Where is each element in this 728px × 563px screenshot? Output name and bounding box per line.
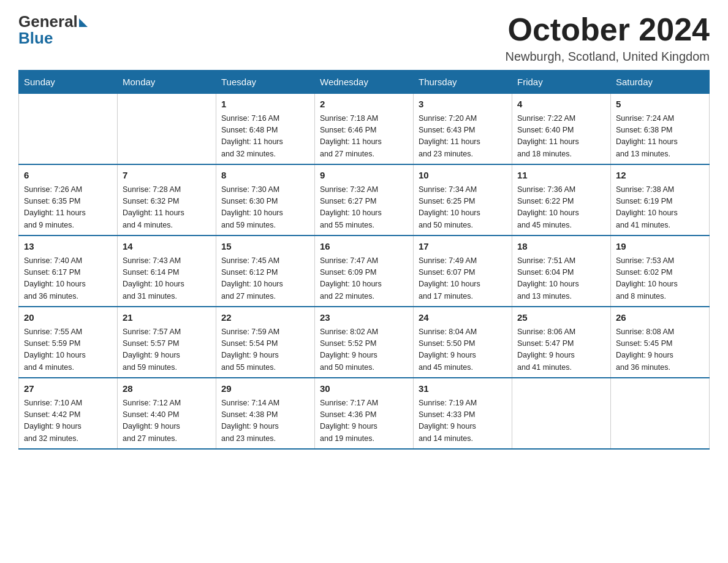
- calendar-cell: 21Sunrise: 7:57 AM Sunset: 5:57 PM Dayli…: [118, 307, 216, 378]
- day-info: Sunrise: 7:32 AM Sunset: 6:27 PM Dayligh…: [320, 184, 408, 232]
- calendar-cell: 6Sunrise: 7:26 AM Sunset: 6:35 PM Daylig…: [19, 164, 118, 236]
- calendar: SundayMondayTuesdayWednesdayThursdayFrid…: [18, 70, 710, 450]
- day-info: Sunrise: 7:55 AM Sunset: 5:59 PM Dayligh…: [24, 326, 112, 374]
- day-number: 5: [616, 98, 704, 112]
- day-info: Sunrise: 7:40 AM Sunset: 6:17 PM Dayligh…: [24, 255, 112, 303]
- day-info: Sunrise: 7:30 AM Sunset: 6:30 PM Dayligh…: [221, 184, 309, 232]
- day-info: Sunrise: 7:18 AM Sunset: 6:46 PM Dayligh…: [320, 113, 408, 161]
- calendar-cell: 8Sunrise: 7:30 AM Sunset: 6:30 PM Daylig…: [216, 164, 315, 236]
- day-number: 20: [24, 311, 112, 325]
- day-info: Sunrise: 7:53 AM Sunset: 6:02 PM Dayligh…: [616, 255, 704, 303]
- day-info: Sunrise: 7:12 AM Sunset: 4:40 PM Dayligh…: [123, 397, 211, 445]
- day-info: Sunrise: 7:20 AM Sunset: 6:43 PM Dayligh…: [419, 113, 507, 161]
- calendar-cell: 10Sunrise: 7:34 AM Sunset: 6:25 PM Dayli…: [414, 164, 512, 236]
- day-info: Sunrise: 7:36 AM Sunset: 6:22 PM Dayligh…: [517, 184, 605, 232]
- day-number: 25: [517, 311, 605, 325]
- day-number: 29: [221, 382, 309, 396]
- day-number: 3: [419, 98, 507, 112]
- logo-arrow-icon: [79, 18, 88, 27]
- calendar-cell: 29Sunrise: 7:14 AM Sunset: 4:38 PM Dayli…: [216, 378, 315, 449]
- day-info: Sunrise: 7:26 AM Sunset: 6:35 PM Dayligh…: [24, 184, 112, 232]
- title-section: October 2024 Newburgh, Scotland, United …: [505, 12, 710, 64]
- calendar-week-row: 13Sunrise: 7:40 AM Sunset: 6:17 PM Dayli…: [19, 236, 710, 307]
- day-info: Sunrise: 7:51 AM Sunset: 6:04 PM Dayligh…: [517, 255, 605, 303]
- day-number: 9: [320, 169, 408, 183]
- day-number: 22: [221, 311, 309, 325]
- day-info: Sunrise: 7:38 AM Sunset: 6:19 PM Dayligh…: [616, 184, 704, 232]
- calendar-cell: [19, 94, 118, 165]
- day-number: 4: [517, 98, 605, 112]
- day-info: Sunrise: 7:22 AM Sunset: 6:40 PM Dayligh…: [517, 113, 605, 161]
- calendar-cell: 23Sunrise: 8:02 AM Sunset: 5:52 PM Dayli…: [315, 307, 414, 378]
- day-number: 23: [320, 311, 408, 325]
- day-number: 1: [221, 98, 309, 112]
- calendar-cell: 27Sunrise: 7:10 AM Sunset: 4:42 PM Dayli…: [19, 378, 118, 449]
- calendar-header-monday: Monday: [118, 71, 216, 94]
- calendar-cell: 12Sunrise: 7:38 AM Sunset: 6:19 PM Dayli…: [611, 164, 710, 236]
- day-number: 21: [123, 311, 211, 325]
- calendar-header-thursday: Thursday: [414, 71, 512, 94]
- calendar-cell: 28Sunrise: 7:12 AM Sunset: 4:40 PM Dayli…: [118, 378, 216, 449]
- calendar-cell: 24Sunrise: 8:04 AM Sunset: 5:50 PM Dayli…: [414, 307, 512, 378]
- calendar-cell: 20Sunrise: 7:55 AM Sunset: 5:59 PM Dayli…: [19, 307, 118, 378]
- logo: General Blue: [18, 12, 88, 48]
- day-number: 18: [517, 240, 605, 254]
- day-info: Sunrise: 8:02 AM Sunset: 5:52 PM Dayligh…: [320, 326, 408, 374]
- calendar-cell: [611, 378, 710, 449]
- calendar-cell: 7Sunrise: 7:28 AM Sunset: 6:32 PM Daylig…: [118, 164, 216, 236]
- calendar-cell: 5Sunrise: 7:24 AM Sunset: 6:38 PM Daylig…: [611, 94, 710, 165]
- day-number: 31: [419, 382, 507, 396]
- day-number: 6: [24, 169, 112, 183]
- calendar-cell: 26Sunrise: 8:08 AM Sunset: 5:45 PM Dayli…: [611, 307, 710, 378]
- day-info: Sunrise: 7:49 AM Sunset: 6:07 PM Dayligh…: [419, 255, 507, 303]
- calendar-cell: 25Sunrise: 8:06 AM Sunset: 5:47 PM Dayli…: [512, 307, 611, 378]
- day-info: Sunrise: 7:45 AM Sunset: 6:12 PM Dayligh…: [221, 255, 309, 303]
- calendar-header-sunday: Sunday: [19, 71, 118, 94]
- calendar-cell: 30Sunrise: 7:17 AM Sunset: 4:36 PM Dayli…: [315, 378, 414, 449]
- day-info: Sunrise: 7:47 AM Sunset: 6:09 PM Dayligh…: [320, 255, 408, 303]
- day-info: Sunrise: 8:06 AM Sunset: 5:47 PM Dayligh…: [517, 326, 605, 374]
- calendar-cell: [512, 378, 611, 449]
- calendar-cell: 16Sunrise: 7:47 AM Sunset: 6:09 PM Dayli…: [315, 236, 414, 307]
- day-number: 27: [24, 382, 112, 396]
- location-title: Newburgh, Scotland, United Kingdom: [505, 50, 710, 64]
- day-number: 28: [123, 382, 211, 396]
- calendar-cell: 14Sunrise: 7:43 AM Sunset: 6:14 PM Dayli…: [118, 236, 216, 307]
- day-number: 17: [419, 240, 507, 254]
- day-number: 14: [123, 240, 211, 254]
- day-info: Sunrise: 7:34 AM Sunset: 6:25 PM Dayligh…: [419, 184, 507, 232]
- day-number: 12: [616, 169, 704, 183]
- day-number: 19: [616, 240, 704, 254]
- day-number: 8: [221, 169, 309, 183]
- month-title: October 2024: [505, 12, 710, 47]
- day-info: Sunrise: 7:57 AM Sunset: 5:57 PM Dayligh…: [123, 326, 211, 374]
- calendar-cell: 4Sunrise: 7:22 AM Sunset: 6:40 PM Daylig…: [512, 94, 611, 165]
- day-info: Sunrise: 7:28 AM Sunset: 6:32 PM Dayligh…: [123, 184, 211, 232]
- day-number: 10: [419, 169, 507, 183]
- day-number: 30: [320, 382, 408, 396]
- calendar-header-row: SundayMondayTuesdayWednesdayThursdayFrid…: [19, 71, 710, 94]
- calendar-header-saturday: Saturday: [611, 71, 710, 94]
- calendar-header-tuesday: Tuesday: [216, 71, 315, 94]
- calendar-cell: 3Sunrise: 7:20 AM Sunset: 6:43 PM Daylig…: [414, 94, 512, 165]
- calendar-cell: 2Sunrise: 7:18 AM Sunset: 6:46 PM Daylig…: [315, 94, 414, 165]
- day-number: 16: [320, 240, 408, 254]
- calendar-cell: 15Sunrise: 7:45 AM Sunset: 6:12 PM Dayli…: [216, 236, 315, 307]
- day-number: 26: [616, 311, 704, 325]
- day-info: Sunrise: 7:14 AM Sunset: 4:38 PM Dayligh…: [221, 397, 309, 445]
- calendar-cell: [118, 94, 216, 165]
- day-number: 13: [24, 240, 112, 254]
- calendar-cell: 22Sunrise: 7:59 AM Sunset: 5:54 PM Dayli…: [216, 307, 315, 378]
- calendar-week-row: 6Sunrise: 7:26 AM Sunset: 6:35 PM Daylig…: [19, 164, 710, 236]
- calendar-cell: 19Sunrise: 7:53 AM Sunset: 6:02 PM Dayli…: [611, 236, 710, 307]
- calendar-cell: 18Sunrise: 7:51 AM Sunset: 6:04 PM Dayli…: [512, 236, 611, 307]
- calendar-week-row: 27Sunrise: 7:10 AM Sunset: 4:42 PM Dayli…: [19, 378, 710, 449]
- day-info: Sunrise: 7:24 AM Sunset: 6:38 PM Dayligh…: [616, 113, 704, 161]
- header: General Blue October 2024 Newburgh, Scot…: [18, 12, 710, 64]
- calendar-week-row: 1Sunrise: 7:16 AM Sunset: 6:48 PM Daylig…: [19, 94, 710, 165]
- calendar-cell: 31Sunrise: 7:19 AM Sunset: 4:33 PM Dayli…: [414, 378, 512, 449]
- day-info: Sunrise: 7:59 AM Sunset: 5:54 PM Dayligh…: [221, 326, 309, 374]
- day-info: Sunrise: 7:10 AM Sunset: 4:42 PM Dayligh…: [24, 397, 112, 445]
- day-info: Sunrise: 7:19 AM Sunset: 4:33 PM Dayligh…: [419, 397, 507, 445]
- day-number: 2: [320, 98, 408, 112]
